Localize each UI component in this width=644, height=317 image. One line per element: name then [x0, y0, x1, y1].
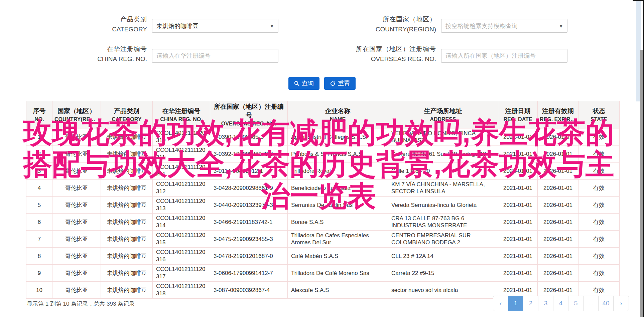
cell-china_no: CCOL14012111120241	[153, 163, 210, 180]
cell-country: 哥伦比亚	[52, 248, 101, 265]
column-header: 所在国家（地区）注册编号OVERSEAS REG. NO.	[210, 101, 288, 128]
country-select[interactable]: 按空格键检索支持模糊查询 ▼	[441, 19, 567, 33]
country-select-placeholder: 按空格键检索支持模糊查询	[445, 22, 518, 30]
table-header-row: 序号NO.国家（地区）COUNTRY(REGIO...产品类别CATEGORY在…	[26, 101, 620, 128]
column-header: 状态STATE	[578, 101, 620, 128]
cell-overseas_no: 3-0440-20901323979-3	[210, 197, 288, 214]
china-reg-input[interactable]	[152, 49, 278, 63]
table-row: 9哥伦比亚未烘焙的咖啡豆CCOL140121111203173-0606-179…	[26, 265, 620, 282]
cell-country: 哥伦比亚	[52, 197, 101, 214]
category-label-en: CATEGORY	[13, 25, 147, 34]
cell-overseas_no: 3-0114-00800912-1	[210, 163, 288, 180]
cell-address: CRA 13 CALLE 87-763 BG 6 INDUSTRIAS MONS…	[388, 214, 498, 231]
cell-address: Vereda Serranias-finca la Glorieta	[388, 197, 498, 214]
window-edge-top	[633, 0, 644, 1]
category-select[interactable]: 未烘焙的咖啡豆 ▼	[152, 19, 278, 33]
cell-china_no: CCOL14012111120310	[153, 128, 210, 145]
cell-category: 未烘焙的咖啡豆	[101, 197, 153, 214]
table-body: 1哥伦比亚未烘焙的咖啡豆CCOL140121111203103-0390-190…	[26, 128, 620, 299]
overseas-reg-label-en: OVERSEAS REG. NO.	[302, 54, 436, 64]
cell-china_no: CCOL14012111120317	[153, 265, 210, 282]
pagination: ‹12345...40›	[493, 296, 629, 311]
cell-reg_date: 2021-01-01	[498, 145, 538, 163]
overseas-reg-label: 所在国家（地区）注册编号 OVERSEAS REG. NO.	[302, 44, 436, 64]
page-button-5[interactable]: 5	[568, 296, 584, 311]
chevron-down-icon: ▼	[559, 23, 563, 28]
cell-address: KM 7 VÍA CHINCHINA - MARSELLA, SECTOR LA…	[388, 180, 498, 197]
next-page-button[interactable]: ›	[614, 296, 629, 311]
cell-address: VEREDA PATIO BONITO, FINCA BUENA VISTA	[388, 128, 498, 145]
page-button-3[interactable]: 3	[538, 296, 553, 311]
cell-china_no: CCOL14012111120312	[153, 180, 210, 197]
cell-reg_date: 2021-01-01	[498, 163, 538, 180]
cell-state: 有效	[578, 231, 620, 248]
cell-category: 未烘焙的咖啡豆	[101, 282, 153, 299]
cell-expire_date: 2026-01-01	[538, 231, 578, 248]
column-header: 注册有效期REG. EXPIRE ...	[538, 101, 578, 128]
page-button-40[interactable]: 40	[599, 296, 614, 311]
cell-country: 哥伦比亚	[52, 180, 101, 197]
country-label-en: COUNTRY(REGION)	[302, 25, 436, 34]
cell-country: 哥伦比亚	[52, 214, 101, 231]
cell-overseas_no: 3-0478-21901201687-0	[210, 248, 288, 265]
reset-button-label: 重置	[338, 79, 350, 87]
cell-overseas_no: 3-0390-19008685-1	[210, 128, 288, 145]
cell-category: 未烘焙的咖啡豆	[101, 163, 153, 180]
cell-overseas_no: 3-0428-20900298861-9	[210, 180, 288, 197]
country-label: 所在国家（地区） COUNTRY(REGION)	[302, 15, 436, 34]
prev-page-button[interactable]: ‹	[493, 296, 508, 311]
page-button-1[interactable]: 1	[508, 296, 523, 311]
cell-name: Trilladora Royal	[288, 163, 388, 180]
cell-category: 未烘焙的咖啡豆	[101, 128, 153, 145]
cell-no: 5	[26, 197, 52, 214]
cell-expire_date: 2026-01-01	[538, 128, 578, 145]
column-header: 在华注册编号CHINA REG. NO.	[153, 101, 210, 128]
page-button-2[interactable]: 2	[523, 296, 538, 311]
cell-country: 哥伦比亚	[52, 145, 101, 163]
cell-china_no: CCOL14012111120314	[153, 214, 210, 231]
window-edge	[643, 0, 644, 317]
cell-category: 未烘焙的咖啡豆	[101, 248, 153, 265]
table-row: 4哥伦比亚未烘焙的咖啡豆CCOL140121111203123-0428-209…	[26, 180, 620, 197]
cell-category: 未烘焙的咖啡豆	[101, 180, 153, 197]
cell-state: 有效	[578, 145, 620, 163]
cell-no: 4	[26, 180, 52, 197]
cell-state: 有效	[578, 197, 620, 214]
overseas-reg-input[interactable]	[441, 49, 567, 63]
cell-state: 有效	[578, 214, 620, 231]
results-table-wrap: 序号NO.国家（地区）COUNTRY(REGIO...产品类别CATEGORY在…	[26, 101, 619, 299]
cell-expire_date: 2026-01-01	[538, 145, 578, 163]
page-button-4[interactable]: 4	[553, 296, 568, 311]
china-reg-label-zh: 在华注册编号	[13, 44, 147, 54]
cell-expire_date: 2026-01-01	[538, 163, 578, 180]
cell-no: 8	[26, 248, 52, 265]
cell-state: 有效	[578, 180, 620, 197]
scrollbar-thumb[interactable]	[640, 50, 643, 317]
form-actions: 查询 重置	[0, 77, 644, 90]
cell-address: Carreta 22 #9-15	[388, 265, 498, 282]
cell-reg_date: 2021-01-01	[498, 128, 538, 145]
cell-no: 7	[26, 231, 52, 248]
cell-address: CENTRO EMPRESARIAL SUR COLOMBIANO BODEGA…	[388, 231, 498, 248]
cell-category: 未烘焙的咖啡豆	[101, 145, 153, 163]
cell-name: Agroindustrial Gallegos S.A.S.	[288, 128, 388, 145]
cell-no: 3	[26, 163, 52, 180]
cell-no: 1	[26, 128, 52, 145]
category-select-value: 未烘焙的咖啡豆	[156, 22, 199, 30]
cell-no: 6	[26, 214, 52, 231]
china-reg-label-en: CHINA REG. NO.	[13, 54, 147, 64]
cell-expire_date: 2026-01-01	[538, 197, 578, 214]
table-row: 2哥伦比亚未烘焙的咖啡豆CCOL140121111203113-0392-199…	[26, 145, 620, 163]
table-row: 7哥伦比亚未烘焙的咖啡豆CCOL140121111203153-0475-219…	[26, 231, 620, 248]
cell-state: 有效	[578, 128, 620, 145]
cell-name: Trilladora De Café Moreno Sas	[288, 265, 388, 282]
cell-name: Trilladora De Cafes Especiales Aromas De…	[288, 231, 388, 248]
cell-no: 10	[26, 282, 52, 299]
reset-button[interactable]: 重置	[324, 77, 356, 90]
cell-category: 未烘焙的咖啡豆	[101, 265, 153, 282]
cell-reg_date: 2021-01-01	[498, 231, 538, 248]
cell-overseas_no: 3-0475-21900923455-3	[210, 231, 288, 248]
search-button[interactable]: 查询	[288, 77, 319, 90]
chevron-down-icon: ▼	[270, 23, 274, 28]
cell-china_no: CCOL14012111120313	[153, 197, 210, 214]
